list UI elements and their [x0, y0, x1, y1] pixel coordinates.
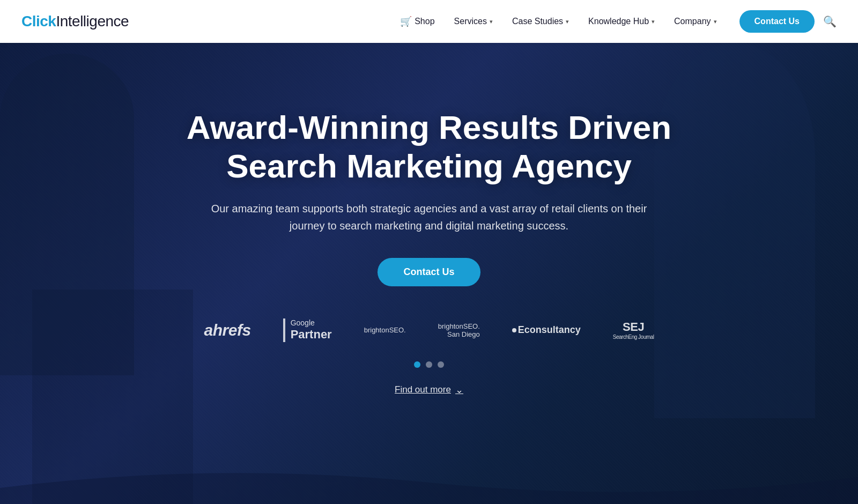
shop-label: Shop	[415, 17, 434, 26]
hero-cta-button[interactable]: Contact Us	[378, 258, 480, 286]
ahrefs-logo: ahrefs	[204, 321, 251, 339]
eco-dot	[512, 328, 516, 332]
hero-section: Award-Winning Results Driven Search Mark…	[0, 0, 858, 504]
carousel-dot-1[interactable]	[414, 361, 420, 368]
company-chevron: ▾	[714, 18, 717, 25]
carousel-dot-3[interactable]	[438, 361, 444, 368]
find-out-more-link[interactable]: Find out more ⌄	[395, 384, 463, 396]
company-label: Company	[674, 17, 711, 26]
nav-company[interactable]: Company ▾	[667, 12, 724, 31]
nav-links: 🛒 Shop Services ▾ Case Studies ▾ Knowled…	[393, 10, 815, 33]
hero-title: Award-Winning Results Driven Search Mark…	[134, 108, 724, 185]
logo-intelligence: Intelligence	[56, 13, 129, 30]
sej-subtext: SearchEng Journal	[613, 334, 654, 340]
case-studies-chevron: ▾	[566, 18, 569, 25]
knowledge-hub-chevron: ▾	[652, 18, 655, 25]
shop-icon: 🛒	[400, 16, 412, 27]
logo-link[interactable]: Click Intelligence	[21, 13, 129, 30]
google-partner-logo: Google Partner	[283, 318, 332, 342]
find-out-more-label: Find out more	[395, 384, 451, 395]
nav-contact[interactable]: Contact Us	[729, 10, 815, 33]
hero-subtitle: Our amazing team supports both strategic…	[209, 200, 649, 234]
google-bar	[283, 318, 285, 342]
brightonseo-sandiego-logo: brightonSEO. San Diego	[438, 322, 480, 338]
search-icon[interactable]: 🔍	[823, 15, 837, 28]
nav-services[interactable]: Services ▾	[447, 12, 500, 31]
google-text-bottom: Partner	[291, 328, 332, 342]
case-studies-label: Case Studies	[512, 17, 563, 26]
carousel-dots	[414, 361, 444, 368]
services-chevron: ▾	[490, 18, 493, 25]
services-label: Services	[454, 17, 487, 26]
partner-logos-strip: ahrefs Google Partner brightonSEO. brigh…	[204, 318, 654, 342]
sej-logo: SEJ SearchEng Journal	[613, 320, 654, 340]
logo-click: Click	[21, 13, 56, 30]
hero-content: Award-Winning Results Driven Search Mark…	[0, 43, 858, 504]
brightonseo-logo: brightonSEO.	[364, 326, 406, 334]
nav-knowledge-hub[interactable]: Knowledge Hub ▾	[581, 12, 662, 31]
navbar: Click Intelligence 🛒 Shop Services ▾ Cas…	[0, 0, 858, 43]
econsultancy-logo: Econsultancy	[512, 324, 581, 336]
knowledge-hub-label: Knowledge Hub	[588, 17, 649, 26]
contact-nav-label: Contact Us	[755, 17, 800, 26]
google-text: Google Partner	[291, 318, 332, 342]
carousel-dot-2[interactable]	[426, 361, 432, 368]
google-text-top: Google	[291, 318, 332, 328]
nav-shop[interactable]: 🛒 Shop	[393, 11, 442, 32]
nav-case-studies[interactable]: Case Studies ▾	[505, 12, 576, 31]
chevron-down-icon: ⌄	[455, 384, 463, 396]
